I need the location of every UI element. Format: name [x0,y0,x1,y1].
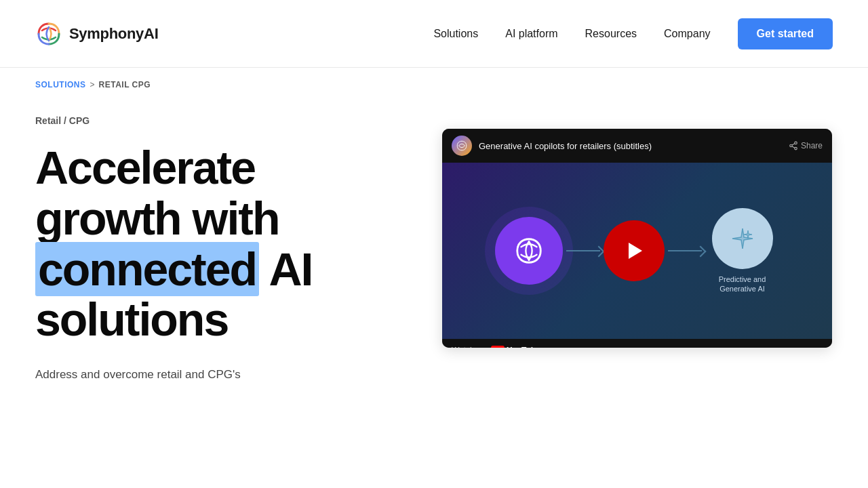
flow-diagram: Predictive and Generative AI [442,208,832,294]
hero-title-highlight: connected [35,242,259,296]
video-embed[interactable]: Generative AI copilots for retailers (su… [442,129,832,348]
youtube-text: YouTube [507,346,540,348]
svg-line-3 [792,146,795,148]
svg-point-2 [795,147,797,150]
header: SymphonyAI Solutions AI platform Resourc… [0,0,868,68]
nav-ai-platform[interactable]: AI platform [505,28,557,40]
hero-title-line1: Accelerate [35,142,255,193]
nav-resources[interactable]: Resources [585,28,637,40]
nav-company[interactable]: Company [664,28,710,40]
hero-title-line2: growth with [35,192,279,244]
main-content: Retail / CPG Accelerate growth with conn… [0,102,868,384]
logo[interactable]: SymphonyAI [35,20,158,47]
section-label: Retail / CPG [35,115,415,126]
breadcrumb: SOLUTIONS > RETAIL CPG [0,68,868,102]
nav-solutions[interactable]: Solutions [433,28,478,40]
svg-point-0 [795,142,797,144]
svg-point-1 [790,144,793,147]
flow-node-2 [604,220,665,281]
hero-title-after-highlight: AI [259,243,312,295]
youtube-logo: YouTube [491,346,540,348]
breadcrumb-solutions[interactable]: SOLUTIONS [35,80,86,89]
flow-circle-symphony [495,217,563,285]
video-share-button[interactable]: Share [789,141,823,150]
flow-arrow-1 [566,250,600,251]
video-body[interactable]: Predictive and Generative AI [442,163,832,339]
youtube-play-icon [491,346,505,348]
symphony-logo-icon [35,20,62,47]
flow-circle-ai [712,208,773,269]
hero-right: Generative AI copilots for retailers (su… [442,115,833,348]
video-channel-icon [452,136,472,156]
share-label: Share [801,141,823,150]
get-started-button[interactable]: Get started [738,18,833,49]
breadcrumb-current: RETAIL CPG [99,80,151,89]
svg-line-4 [792,144,795,145]
flow-node-1 [495,217,563,285]
video-header: Generative AI copilots for retailers (su… [442,129,832,163]
hero-title: Accelerate growth with connected AI solu… [35,142,415,345]
watch-on-text: Watch on [452,346,486,348]
flow-arrow-2 [668,250,702,251]
logo-text: SymphonyAI [69,25,158,43]
hero-title-line4: solutions [35,293,228,345]
nav-bar: Solutions AI platform Resources Company … [433,18,833,49]
hero-subtitle: Address and overcome retail and CPG's [35,365,415,384]
play-triangle-icon [629,243,642,259]
video-footer[interactable]: Watch on YouTube [442,339,832,348]
flow-node-3-label: Predictive and Generative AI [705,274,780,294]
breadcrumb-separator: > [90,80,95,89]
video-header-left: Generative AI copilots for retailers (su… [452,136,652,156]
flow-circle-youtube [604,220,665,281]
flow-node-3: Predictive and Generative AI [705,208,780,294]
video-title: Generative AI copilots for retailers (su… [479,141,652,151]
hero-left: Retail / CPG Accelerate growth with conn… [35,115,415,384]
